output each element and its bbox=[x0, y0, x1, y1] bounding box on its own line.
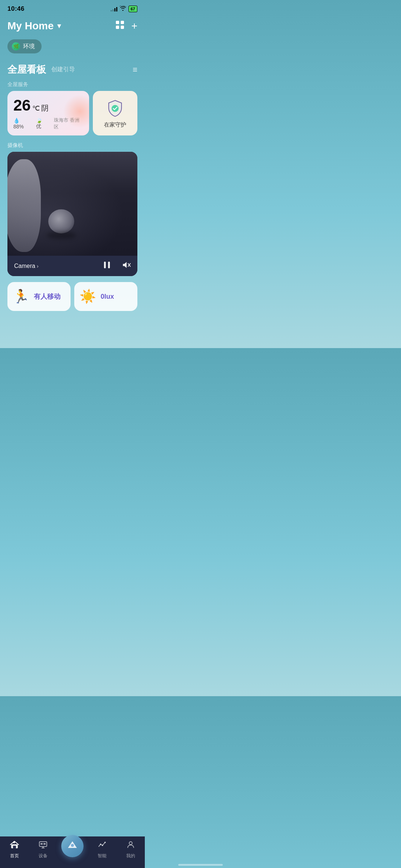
motion-icon: 🏃 bbox=[13, 289, 29, 304]
status-bar: 10:46 67 bbox=[0, 0, 145, 16]
svg-rect-6 bbox=[108, 262, 110, 268]
lux-card[interactable]: ☀️ 0lux bbox=[74, 282, 137, 311]
add-icon[interactable]: + bbox=[131, 20, 137, 32]
weather-card[interactable]: 26 ℃ 阴 💧 88% 🍃 优 珠海市 香洲区 bbox=[7, 91, 89, 135]
camera-controls-bar: Camera › bbox=[7, 256, 137, 276]
menu-icon[interactable]: ≡ bbox=[133, 65, 137, 75]
svg-rect-2 bbox=[116, 26, 119, 29]
create-guide-link[interactable]: 创建引导 bbox=[51, 66, 75, 73]
camera-card[interactable]: Camera › bbox=[7, 152, 137, 276]
env-label: 环境 bbox=[23, 43, 35, 50]
shield-icon bbox=[106, 100, 124, 118]
status-icons: 67 bbox=[111, 6, 137, 12]
title-chevron-icon: ▼ bbox=[56, 22, 62, 30]
camera-ball bbox=[48, 209, 74, 233]
bottom-cards-row: 🏃 有人移动 ☀️ 0lux bbox=[0, 276, 145, 311]
section-header: 全屋看板 创建引导 ≡ bbox=[0, 56, 145, 80]
section-title: 全屋看板 bbox=[7, 63, 46, 76]
temperature-value: 26 bbox=[13, 98, 31, 113]
temperature-unit: ℃ bbox=[32, 104, 40, 112]
svg-rect-3 bbox=[121, 26, 124, 29]
grid-icon[interactable] bbox=[115, 20, 125, 32]
home-title-text: My Home bbox=[7, 20, 53, 32]
camera-shadow bbox=[46, 232, 76, 239]
header-actions: + bbox=[115, 20, 137, 32]
camera-name[interactable]: Camera › bbox=[14, 263, 39, 269]
motion-card[interactable]: 🏃 有人移动 bbox=[7, 282, 71, 311]
battery-icon: 67 bbox=[128, 6, 137, 12]
env-tag[interactable]: 🌿 环境 bbox=[7, 39, 42, 53]
wifi-icon bbox=[120, 6, 126, 12]
service-label: 全屋服务 bbox=[0, 80, 145, 91]
guard-card[interactable]: 在家守护 bbox=[93, 91, 137, 135]
air-quality: 🍃 优 bbox=[36, 117, 49, 130]
home-title[interactable]: My Home ▼ bbox=[7, 20, 62, 32]
pause-button[interactable] bbox=[103, 261, 111, 271]
camera-blob-left bbox=[7, 159, 41, 252]
svg-rect-1 bbox=[121, 21, 124, 24]
humidity-value: 💧 88% bbox=[13, 118, 31, 130]
svg-rect-0 bbox=[116, 21, 119, 24]
service-cards-row: 26 ℃ 阴 💧 88% 🍃 优 珠海市 香洲区 在家守护 bbox=[0, 91, 145, 135]
env-tag-container: 🌿 环境 bbox=[0, 35, 145, 56]
sun-icon: ☀️ bbox=[79, 289, 96, 304]
leaf-icon: 🌿 bbox=[12, 42, 20, 50]
camera-section-label: 摄像机 bbox=[0, 135, 145, 152]
status-time: 10:46 bbox=[7, 5, 25, 13]
header: My Home ▼ + bbox=[0, 16, 145, 35]
guard-label: 在家守护 bbox=[104, 121, 126, 128]
camera-feed bbox=[7, 152, 137, 256]
camera-chevron-icon: › bbox=[37, 263, 39, 269]
svg-rect-5 bbox=[104, 262, 106, 268]
camera-control-buttons bbox=[103, 261, 131, 271]
svg-point-4 bbox=[112, 105, 119, 112]
motion-label: 有人移动 bbox=[34, 292, 61, 301]
weather-condition: 阴 bbox=[41, 103, 49, 113]
mute-button[interactable] bbox=[122, 261, 131, 271]
signal-icon bbox=[111, 6, 117, 12]
lux-value: 0lux bbox=[101, 293, 114, 301]
